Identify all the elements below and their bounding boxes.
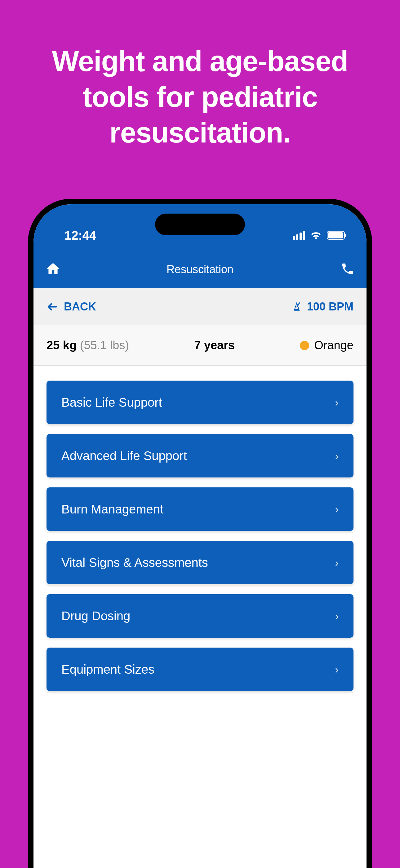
home-button[interactable]	[45, 261, 61, 278]
phone-button[interactable]	[340, 262, 355, 277]
menu-item-advanced-life-support[interactable]: Advanced Life Support ›	[46, 434, 354, 477]
bpm-button[interactable]: 100 BPM	[291, 300, 354, 313]
menu-item-basic-life-support[interactable]: Basic Life Support ›	[46, 381, 354, 424]
menu-item-label: Drug Dosing	[61, 609, 130, 623]
status-icons	[293, 231, 345, 240]
chevron-right-icon: ›	[335, 397, 339, 408]
menu-item-label: Equipment Sizes	[61, 662, 155, 677]
zone-label: Orange	[314, 339, 354, 352]
zone-color-dot	[300, 341, 309, 350]
arrow-left-icon	[46, 301, 58, 313]
chevron-right-icon: ›	[335, 450, 339, 462]
weight-lbs: (55.1 lbs)	[80, 339, 129, 352]
back-button[interactable]: BACK	[46, 300, 96, 313]
app-header: Resuscitation	[33, 257, 367, 288]
phone-frame: 12:44 Resuscitation	[28, 199, 372, 868]
menu-item-label: Advanced Life Support	[61, 449, 187, 463]
menu-item-vital-signs[interactable]: Vital Signs & Assessments ›	[46, 541, 354, 584]
cellular-icon	[293, 231, 305, 240]
home-icon	[45, 261, 61, 277]
patient-zone: Orange	[300, 339, 354, 352]
phone-screen: 12:44 Resuscitation	[33, 204, 367, 868]
menu-list: Basic Life Support › Advanced Life Suppo…	[33, 366, 367, 706]
menu-item-equipment-sizes[interactable]: Equipment Sizes ›	[46, 648, 354, 691]
menu-item-label: Burn Management	[61, 502, 163, 516]
phone-notch	[155, 214, 245, 235]
metronome-icon	[291, 301, 303, 313]
status-time: 12:44	[65, 228, 96, 243]
patient-age: 7 years	[194, 339, 235, 352]
chevron-right-icon: ›	[335, 663, 339, 676]
patient-info-bar: 25 kg (55.1 lbs) 7 years Orange	[33, 326, 367, 366]
promo-headline: Weight and age-based tools for pediatric…	[0, 0, 400, 176]
menu-item-label: Basic Life Support	[61, 396, 162, 409]
chevron-right-icon: ›	[335, 610, 339, 622]
menu-item-label: Vital Signs & Assessments	[61, 556, 208, 570]
toolbar: BACK 100 BPM	[33, 288, 367, 326]
page-title: Resuscitation	[33, 263, 367, 276]
chevron-right-icon: ›	[335, 503, 339, 515]
wifi-icon	[310, 231, 322, 240]
phone-icon	[340, 262, 355, 276]
menu-item-drug-dosing[interactable]: Drug Dosing ›	[46, 594, 354, 638]
chevron-right-icon: ›	[335, 557, 339, 569]
bpm-label: 100 BPM	[307, 300, 354, 313]
back-label: BACK	[64, 300, 96, 313]
weight-kg: 25 kg	[46, 339, 76, 352]
patient-weight: 25 kg (55.1 lbs)	[46, 339, 129, 352]
battery-icon	[327, 231, 345, 240]
menu-item-burn-management[interactable]: Burn Management ›	[46, 487, 354, 531]
